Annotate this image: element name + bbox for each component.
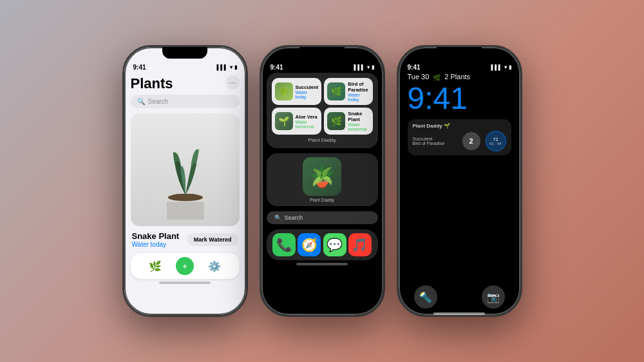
add-tab[interactable]: + [176, 257, 194, 275]
aloe-name: Aloe Vera [296, 114, 319, 120]
lock-plants-count: 2 Plants [444, 73, 470, 81]
snake-name: Snake Plant [348, 111, 369, 122]
succulent-status: Water today [296, 90, 319, 99]
status-time-1: 9:41 [133, 64, 146, 71]
lock-widget: Plant Daddy 🌱 Succulent Bird of Paradise… [408, 119, 511, 155]
lock-plant-2: Bird of Paradise [413, 141, 457, 146]
plants-tab[interactable]: 🌿 [146, 257, 164, 275]
battery-icon: ▮ [234, 64, 237, 70]
widget1-label: Plant Daddy [272, 137, 373, 143]
plant-name-section: Snake Plant Water today [132, 231, 180, 248]
plant-water: Water today [132, 241, 180, 248]
aloe-info: Aloe Vera Water tomorrow [296, 114, 319, 129]
succulent-thumb: 🌵 [275, 82, 293, 100]
lock-date-plants-row: Tue 30 🌿 2 Plants [408, 73, 511, 82]
phone-icon[interactable]: 📞 [272, 233, 296, 256]
lock-plant-list: Succulent Bird of Paradise [413, 137, 457, 146]
lock-widget-title: Plant Daddy 🌱 [413, 123, 506, 129]
snake-info: Snake Plant Water tomorrow [348, 111, 369, 131]
lock-date: Tue 30 [408, 73, 430, 81]
home-search-bar[interactable]: 🔍 Search [267, 211, 378, 224]
flashlight-button[interactable]: 🔦 [414, 285, 437, 309]
signal-icon-3: ▌▌▌ [491, 64, 502, 70]
notch-2 [299, 47, 345, 59]
widget-cell-bird[interactable]: 🌿 Bird of Paradise Water today [324, 78, 372, 105]
succulent-name: Succulent [296, 84, 319, 90]
phone-plants-app: 9:41 ▌▌▌ ▾ ▮ Plants ··· 🔍 Search [122, 45, 248, 317]
notch-3 [437, 47, 482, 59]
temp-label: 72 [493, 137, 498, 142]
bird-info: Bird of Paradise Water today [348, 81, 369, 102]
leaf-icon: 🌿 [433, 74, 440, 81]
plant-image [131, 113, 240, 226]
search-icon-home: 🔍 [274, 214, 281, 221]
status-time-3: 9:41 [408, 64, 421, 71]
lock-spacer [408, 162, 511, 285]
plants-title: Plants [131, 75, 173, 92]
aloe-thumb: 🌱 [275, 112, 293, 130]
plants-app-content: Plants ··· 🔍 Search [124, 73, 246, 279]
widget-cell-aloe[interactable]: 🌱 Aloe Vera Water tomorrow [272, 108, 322, 135]
snake-plant-illustration [131, 113, 240, 226]
status-time-2: 9:41 [270, 64, 283, 71]
status-icons-2: ▌▌▌ ▾ ▮ [354, 64, 374, 70]
status-icons-3: ▌▌▌ ▾ ▮ [491, 64, 511, 70]
widget-cell-succulent[interactable]: 🌵 Succulent Water today [272, 78, 322, 105]
temperature-badge: 72 61 · 94 [486, 131, 506, 151]
status-bar-2: 9:41 ▌▌▌ ▾ ▮ [261, 59, 383, 73]
messages-icon[interactable]: 💬 [323, 233, 346, 256]
search-icon: 🔍 [137, 98, 145, 105]
signal-icon-2: ▌▌▌ [354, 64, 365, 70]
status-bar-3: 9:41 ▌▌▌ ▾ ▮ [399, 59, 520, 73]
lock-bottom-icons: 🔦 📷 [408, 285, 511, 309]
temp-range: 61 · 94 [489, 142, 501, 146]
succulent-info: Succulent Water today [296, 84, 319, 99]
plant-widget-single[interactable]: 🪴 Plant Daddy [267, 153, 378, 206]
lock-plant-1: Succulent [413, 137, 457, 141]
status-bar-1: 9:41 ▌▌▌ ▾ ▮ [124, 59, 246, 73]
lock-time: 9:41 [408, 83, 511, 114]
camera-button[interactable]: 📷 [482, 285, 505, 309]
mark-watered-button[interactable]: Mark Watered [187, 233, 238, 246]
bottom-tab-bar: 🌿 + ⚙️ [131, 253, 240, 279]
signal-icon: ▌▌▌ [216, 64, 227, 70]
snake-status: Water tomorrow [348, 122, 369, 131]
wifi-icon: ▾ [230, 64, 232, 70]
status-icons-1: ▌▌▌ ▾ ▮ [216, 64, 236, 70]
search-placeholder: Search [148, 98, 169, 105]
battery-icon-2: ▮ [372, 64, 374, 70]
notch-1 [162, 47, 207, 59]
single-plant-image: 🪴 [303, 157, 341, 196]
snake-thumb: 🌿 [327, 112, 345, 130]
aloe-status: Water tomorrow [296, 120, 319, 129]
plants-header: Plants ··· [131, 73, 240, 95]
bird-thumb: 🌿 [327, 82, 345, 100]
lock-widget-plants-row: Succulent Bird of Paradise 2 72 61 · 94 [413, 131, 506, 151]
widget-cell-snake[interactable]: 🌿 Snake Plant Water tomorrow [324, 108, 372, 135]
plants-count-badge: 2 [462, 132, 480, 150]
single-plant-label: Plant Daddy [310, 198, 334, 202]
home-screen-content: 🌵 Succulent Water today 🌿 Bird of Paradi… [261, 73, 383, 260]
bird-status: Water today [348, 93, 369, 102]
more-button[interactable]: ··· [225, 75, 240, 90]
search-placeholder-home: Search [285, 214, 303, 221]
lock-home-indicator [433, 312, 485, 315]
search-bar[interactable]: 🔍 Search [131, 95, 240, 108]
plant-info-bar: Snake Plant Water today Mark Watered [131, 231, 240, 248]
lock-screen-content: Tue 30 🌿 2 Plants 9:41 Plant Daddy 🌱 Suc… [399, 73, 520, 315]
dock: 📞 🧭 💬 🎵 [267, 229, 378, 260]
phone-lock-screen: 9:41 ▌▌▌ ▾ ▮ Tue 30 🌿 2 Plants 9:41 Plan… [397, 45, 522, 317]
safari-icon[interactable]: 🧭 [298, 233, 321, 256]
music-icon[interactable]: 🎵 [348, 233, 372, 256]
battery-icon-3: ▮ [509, 64, 511, 70]
bird-name: Bird of Paradise [348, 81, 369, 93]
home-indicator-1 [159, 281, 211, 284]
phone-home-screen: 9:41 ▌▌▌ ▾ ▮ 🌵 Succulent Water today [260, 45, 385, 317]
plant-widget-large[interactable]: 🌵 Succulent Water today 🌿 Bird of Paradi… [267, 73, 378, 148]
settings-tab[interactable]: ⚙️ [205, 257, 223, 275]
wifi-icon-2: ▾ [367, 64, 370, 70]
widget-grid: 🌵 Succulent Water today 🌿 Bird of Paradi… [272, 78, 373, 135]
wifi-icon-3: ▾ [504, 64, 507, 70]
plant-name: Snake Plant [132, 231, 180, 241]
home-indicator-2 [296, 263, 348, 265]
